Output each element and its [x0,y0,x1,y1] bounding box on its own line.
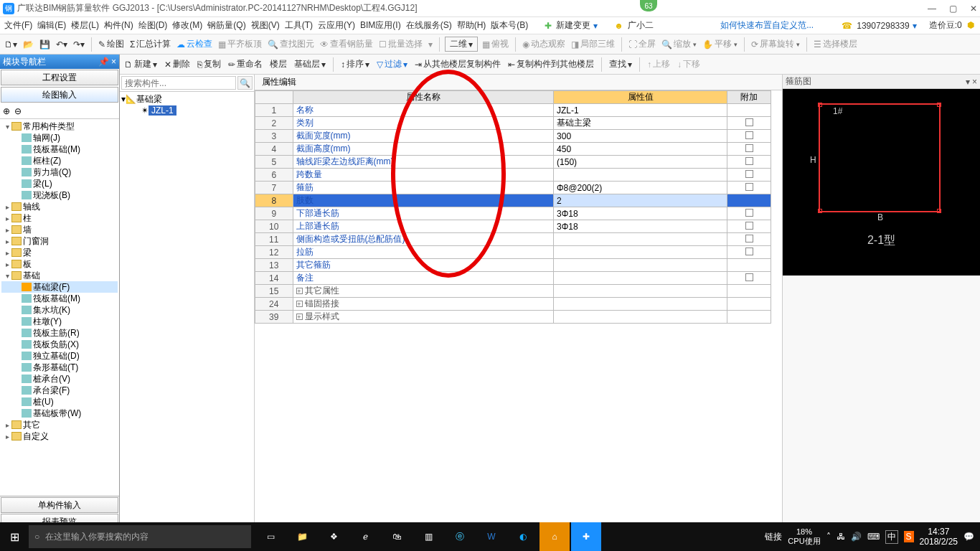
table-row[interactable]: 5轴线距梁左边线距离(mm)(150) [255,156,771,169]
tree-item[interactable]: 剪力墙(Q) [1,166,118,178]
edge-icon[interactable]: ℯ [350,522,380,551]
tree-item[interactable]: ▸其它 [1,419,118,430]
table-row[interactable]: 4截面高度(mm)450 [255,143,771,156]
phone-link[interactable]: ☎13907298339 ▾ [839,21,918,31]
menu-version[interactable]: 版本号(B) [489,19,529,32]
table-row[interactable]: 6跨数量 [255,169,771,182]
tray-link[interactable]: 链接 [765,531,782,543]
store-icon[interactable]: 🛍 [382,522,412,551]
menu-bim[interactable]: BIM应用(I) [359,19,402,32]
tree-item[interactable]: ▸门窗洞 [1,235,118,247]
copy-from-button[interactable]: ⇥ 从其他楼层复制构件 [413,57,502,72]
table-row[interactable]: 13其它箍筋 [255,259,771,272]
rename-comp-button[interactable]: ✏ 重命名 [227,57,264,72]
table-row[interactable]: 11侧面构造或受扭筋(总配筋值) [255,233,771,246]
menu-draw[interactable]: 绘图(D) [137,19,169,32]
menu-tool[interactable]: 工具(T) [283,19,314,32]
new-change-button[interactable]: ✚新建变更 ▾ [542,19,599,32]
cost-label[interactable]: 造价豆:0 ⬢ [926,19,977,32]
batch-select-button[interactable]: ☐ 批量选择 [377,37,424,52]
collapse-icon[interactable]: ⊖ [14,106,22,116]
tree-item[interactable]: 筏板主筋(R) [1,327,118,339]
tray-vol-icon[interactable]: 🔊 [851,532,862,542]
table-row[interactable]: 10上部通长筋3Φ18 [255,220,771,233]
menu-floor[interactable]: 楼层(L) [70,19,100,32]
nav-tree[interactable]: ▾常用构件类型轴网(J)筏板基础(M)框柱(Z)剪力墙(Q)梁(L)现浇板(B)… [0,119,119,496]
nav-tab-draw[interactable]: 绘图输入 [1,87,118,103]
extra-button[interactable]: ▾ [427,38,434,51]
tree-item[interactable]: 承台梁(F) [1,385,118,396]
new-file-button[interactable]: 🗋▾ [3,38,19,51]
ie-icon[interactable]: ⓔ [445,522,475,551]
tree-item[interactable]: 现浇板(B) [1,189,118,201]
props-table[interactable]: 属性名称 属性值 附加 1名称JZL-12类别基础主梁3截面宽度(mm)3004… [255,90,771,324]
search-input[interactable] [121,76,236,90]
filter-button[interactable]: ▽ 过滤 ▾ [375,57,409,72]
close-button[interactable]: ✕ [970,4,977,14]
app3-icon[interactable]: ▥ [413,522,443,551]
word-icon[interactable]: W [476,522,507,551]
notification-badge[interactable]: 63 [640,0,657,11]
save-button[interactable]: 💾 [38,38,52,51]
menu-rebar[interactable]: 钢筋量(Q) [206,19,247,32]
table-row[interactable]: 7箍筋Φ8@200(2) [255,182,771,194]
cloud-check-button[interactable]: ☁ 云检查 [175,37,214,52]
nav-tab-project[interactable]: 工程设置 [1,70,118,85]
tray-kb-icon[interactable]: ⌨ [867,532,880,542]
tree-item[interactable]: 独立基础(D) [1,350,118,362]
tree-item[interactable]: ▸轴线 [1,201,118,212]
app6-icon[interactable]: ✚ [571,522,601,551]
table-row[interactable]: 14备注 [255,272,771,285]
copy-comp-button[interactable]: ⎘ 复制 [196,57,222,72]
table-row[interactable]: 24+锚固搭接 [255,298,771,311]
tree-item[interactable]: ▸板 [1,258,118,270]
top-view-button[interactable]: ▦ 俯视 [481,37,510,52]
floor-select[interactable]: 楼层 [268,57,288,72]
taskbar-search[interactable]: ○ 在这里输入你要搜索的内容 [29,525,251,548]
delete-comp-button[interactable]: ✕ 删除 [163,57,192,72]
tree-item[interactable]: 筏板基础(M) [1,293,118,304]
find-button[interactable]: 查找 ▾ [608,57,633,72]
tree-item[interactable]: ▸梁 [1,247,118,258]
tree-item[interactable]: 柱墩(Y) [1,316,118,327]
dyn-observe-button[interactable]: ◉ 动态观察 [521,37,567,52]
app1-icon[interactable]: ❖ [319,522,349,551]
tree-item[interactable]: 筏板负筋(X) [1,339,118,350]
app5-icon[interactable]: ⌂ [540,522,570,551]
menu-cloud[interactable]: 云应用(Y) [316,19,357,32]
tray-net-icon[interactable]: 🖧 [837,532,845,542]
tree-item[interactable]: 基础板带(W) [1,408,118,419]
tree-item[interactable]: 集水坑(K) [1,304,118,316]
sort-button[interactable]: ↕ 排序 ▾ [339,57,371,72]
tree-item[interactable]: 框柱(Z) [1,155,118,166]
table-row[interactable]: 9下部通长筋3Φ18 [255,207,771,220]
view-rebar-button[interactable]: 👁 查看钢筋量 [319,37,374,52]
minimize-button[interactable]: — [928,4,936,14]
copy-to-button[interactable]: ⇤ 复制构件到其他楼层 [507,57,595,72]
fullscreen-button[interactable]: ⛶ 全屏 [627,37,657,52]
tree-item[interactable]: 条形基础(T) [1,362,118,373]
table-row[interactable]: 12拉筋 [255,246,771,259]
col-value[interactable]: 属性值 [554,91,727,104]
tree-item[interactable]: ▸柱 [1,212,118,224]
tree-item[interactable]: ▸自定义 [1,430,118,442]
tree-item[interactable]: 桩(U) [1,396,118,408]
tray-ime[interactable]: 中 [885,530,898,544]
tray-cpu[interactable]: 18% CPU使用 [788,527,820,546]
menu-help[interactable]: 帮助(H) [456,19,488,32]
redo-button[interactable]: ↷▾ [72,38,86,51]
move-up-button[interactable]: ↑ 上移 [646,57,672,72]
menu-edit[interactable]: 编辑(E) [36,19,67,32]
menu-component[interactable]: 构件(N) [103,19,135,32]
align-top-button[interactable]: ▦ 平齐板顶 [217,37,263,52]
open-file-button[interactable]: 📂 [22,38,35,51]
local-3d-button[interactable]: ◨ 局部三维 [570,37,616,52]
menu-modify[interactable]: 修改(M) [171,19,204,32]
comp-item[interactable]: ✴ JZL-1 [121,105,253,116]
draw-button[interactable]: ✎绘图 [97,37,126,52]
tray-clock[interactable]: 14:372018/2/25 [920,527,958,547]
expand-icon[interactable]: ⊕ [3,106,10,116]
maximize-button[interactable]: ▢ [949,4,957,14]
new-comp-button[interactable]: 🗋 新建 ▾ [123,57,159,72]
table-row[interactable]: 15+其它属性 [255,285,771,298]
